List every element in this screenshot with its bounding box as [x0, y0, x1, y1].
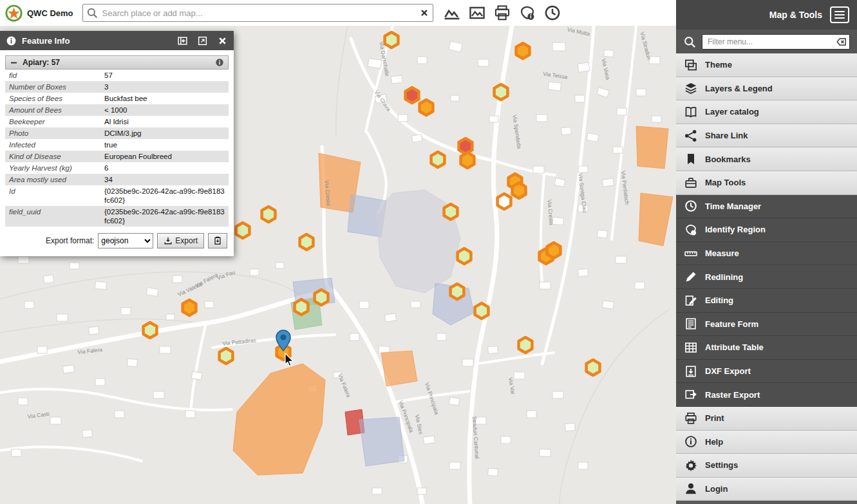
attribute-value: DCIM/3.jpg — [100, 127, 229, 139]
sidebar-item-attribute-table[interactable]: Attribute Table — [676, 336, 857, 360]
sidebar-title: Map & Tools — [769, 10, 822, 20]
sidebar-item-help[interactable]: Help — [676, 431, 857, 454]
info-icon — [6, 35, 17, 46]
building — [417, 57, 427, 64]
panel-title: Feature Info — [22, 36, 168, 46]
apiary-marker-green[interactable] — [451, 284, 464, 299]
apiary-marker-green[interactable] — [444, 204, 458, 219]
building — [536, 115, 547, 122]
close-panel-button[interactable] — [217, 35, 228, 46]
apiary-marker-orange[interactable] — [461, 153, 475, 168]
building — [489, 116, 498, 122]
sidebar-item-bookmarks[interactable]: Bookmarks — [676, 147, 857, 171]
export-format-select[interactable]: geojson — [98, 233, 153, 248]
print-button[interactable] — [494, 5, 511, 21]
apiary-marker-green[interactable] — [494, 84, 508, 100]
apiary-marker-orange[interactable] — [516, 43, 530, 59]
sidebar-item-measure[interactable]: Measure — [676, 242, 857, 266]
export-clipboard-button[interactable] — [208, 233, 227, 248]
building — [127, 359, 138, 366]
map-image-export-button[interactable] — [469, 5, 485, 21]
sidebar-item-label: Login — [705, 484, 728, 494]
sidebar-item-redlining[interactable]: Redlining — [676, 265, 857, 289]
apiary-marker-orange[interactable] — [547, 243, 561, 258]
identify-region-button[interactable] — [519, 5, 536, 21]
sidebar-item-time-manager[interactable]: Time Manager — [676, 195, 857, 219]
search-input[interactable] — [82, 4, 433, 22]
sidebar-item-label: Editing — [705, 295, 733, 305]
collapse-icon[interactable] — [10, 59, 18, 67]
sidebar-item-label: Feature Form — [705, 319, 758, 329]
sidebar-item-layer-catalog[interactable]: Layer catalog — [676, 100, 857, 124]
apiary-marker-red[interactable] — [406, 88, 419, 103]
attribute-name: Infected — [5, 139, 100, 151]
apiary-marker-green[interactable] — [220, 348, 233, 364]
sidebar-item-share-link[interactable]: Share Link — [676, 124, 857, 148]
building — [411, 135, 422, 142]
apiary-marker-green[interactable] — [587, 360, 600, 375]
apiary-marker-red[interactable] — [459, 138, 473, 154]
apiary-marker-green[interactable] — [475, 303, 489, 319]
building — [652, 116, 661, 122]
sidebar-item-label: Settings — [705, 460, 738, 470]
building — [146, 288, 158, 297]
apiary-marker-white[interactable] — [498, 194, 511, 209]
attribute-name: fid — [5, 70, 100, 81]
building — [604, 50, 614, 57]
sidebar-item-theme[interactable]: Theme — [676, 53, 857, 77]
sidebar-item-raster-export[interactable]: Raster Export — [676, 383, 857, 407]
sidebar-item-print[interactable]: Print — [676, 407, 857, 431]
apiary-marker-green[interactable] — [262, 207, 276, 222]
building — [561, 127, 571, 135]
building — [597, 230, 607, 238]
time-manager-button[interactable] — [544, 5, 561, 21]
apiary-marker-green[interactable] — [300, 234, 314, 250]
apiary-marker-green[interactable] — [458, 248, 471, 264]
building — [552, 42, 565, 51]
catalog-icon — [684, 106, 697, 118]
sidebar-item-map-tools[interactable]: Map Tools — [676, 171, 857, 195]
sidebar-item-feature-form[interactable]: Feature Form — [676, 313, 857, 337]
feature-info-body: Apiary: 57 fid57Number of Boxes3Species … — [0, 50, 234, 227]
elevation-profile-button[interactable] — [444, 5, 460, 21]
apiary-marker-green[interactable] — [519, 337, 532, 353]
search-clear-icon[interactable] — [419, 8, 429, 18]
app-logo: QWC Demo — [0, 5, 82, 22]
sidebar-item-settings[interactable]: Settings — [676, 454, 857, 478]
filter-menu-input[interactable] — [702, 34, 850, 50]
apiary-marker-green[interactable] — [236, 223, 250, 238]
orange-area-mid-south — [381, 351, 417, 386]
sidebar-item-label: Layers & Legend — [705, 84, 773, 93]
sidebar-item-layers-legend[interactable]: Layers & Legend — [676, 77, 857, 101]
building — [18, 398, 28, 405]
sidebar-item-dxf-export[interactable]: DXF Export — [676, 360, 857, 384]
building — [635, 282, 645, 289]
building — [449, 462, 460, 469]
apiary-marker-orange[interactable] — [183, 300, 196, 315]
attribute-value: < 1000 — [100, 104, 229, 116]
apiary-marker-green[interactable] — [315, 290, 328, 305]
sidebar-item-editing[interactable]: Editing — [676, 289, 857, 313]
filter-clear-icon[interactable] — [836, 37, 847, 47]
attribute-value: Al Idrisi — [100, 116, 229, 127]
maximize-panel-button[interactable] — [197, 35, 208, 46]
apiary-marker-orange[interactable] — [420, 100, 433, 115]
building — [587, 133, 599, 142]
apiary-marker-green[interactable] — [385, 32, 399, 48]
apiary-marker-green[interactable] — [431, 152, 445, 167]
building — [384, 313, 396, 322]
feature-header[interactable]: Apiary: 57 — [5, 55, 229, 70]
apiary-marker-green[interactable] — [144, 322, 157, 338]
attribute-name: Yearly Harvest (kg) — [5, 162, 100, 174]
sidebar-item-login[interactable]: Login — [676, 478, 857, 501]
search-box — [82, 4, 433, 22]
apiary-marker-orange[interactable] — [513, 183, 526, 198]
sidebar-item-identify-region[interactable]: Identify Region — [676, 218, 857, 242]
hamburger-menu-button[interactable] — [830, 6, 849, 23]
export-button[interactable]: Export — [157, 233, 204, 248]
filter-search-icon — [683, 35, 696, 48]
building — [153, 391, 164, 398]
apiary-marker-green[interactable] — [295, 299, 308, 315]
dock-panel-button[interactable] — [177, 35, 188, 46]
feature-info-toggle-icon[interactable] — [215, 58, 224, 67]
